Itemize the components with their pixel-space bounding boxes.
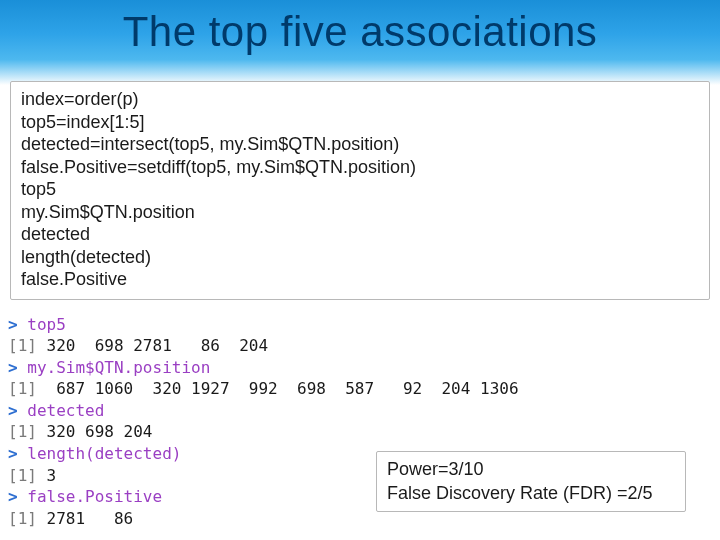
prompt-icon: > — [8, 487, 27, 506]
vector-values: 320 698 2781 86 204 — [37, 336, 268, 355]
summary-power: Power=3/10 — [387, 458, 675, 481]
code-line: my.Sim$QTN.position — [21, 201, 699, 224]
console-out-row: [1] 687 1060 320 1927 992 698 587 92 204… — [8, 378, 720, 400]
code-line: false.Positive — [21, 268, 699, 291]
slide-header: The top five associations — [0, 0, 720, 85]
vector-values: 2781 86 — [37, 509, 133, 528]
vector-values: 320 698 204 — [37, 422, 153, 441]
console-out-row: [1] 320 698 2781 86 204 — [8, 335, 720, 357]
vector-index: [1] — [8, 422, 37, 441]
prompt-icon: > — [8, 315, 27, 334]
code-line: length(detected) — [21, 246, 699, 269]
vector-index: [1] — [8, 336, 37, 355]
vector-values: 687 1060 320 1927 992 698 587 92 204 130… — [37, 379, 519, 398]
console-cmd: detected — [27, 401, 104, 420]
summary-fdr: False Discovery Rate (FDR) =2/5 — [387, 482, 675, 505]
code-line: detected — [21, 223, 699, 246]
console-out-row: [1] 320 698 204 — [8, 421, 720, 443]
code-box: index=order(p) top5=index[1:5] detected=… — [10, 81, 710, 300]
code-line: index=order(p) — [21, 88, 699, 111]
code-line: top5=index[1:5] — [21, 111, 699, 134]
console-cmd: false.Positive — [27, 487, 162, 506]
console-cmd: top5 — [27, 315, 66, 334]
code-line: false.Positive=setdiff(top5, my.Sim$QTN.… — [21, 156, 699, 179]
console-cmd: my.Sim$QTN.position — [27, 358, 210, 377]
prompt-icon: > — [8, 401, 27, 420]
prompt-icon: > — [8, 358, 27, 377]
code-line: detected=intersect(top5, my.Sim$QTN.posi… — [21, 133, 699, 156]
console-cmd-row: > detected — [8, 400, 720, 422]
console-cmd: length(detected) — [27, 444, 181, 463]
summary-box: Power=3/10 False Discovery Rate (FDR) =2… — [376, 451, 686, 512]
slide-title: The top five associations — [123, 8, 598, 56]
console-cmd-row: > top5 — [8, 314, 720, 336]
vector-index: [1] — [8, 509, 37, 528]
prompt-icon: > — [8, 444, 27, 463]
code-line: top5 — [21, 178, 699, 201]
vector-index: [1] — [8, 466, 37, 485]
console-cmd-row: > my.Sim$QTN.position — [8, 357, 720, 379]
vector-values: 3 — [37, 466, 56, 485]
vector-index: [1] — [8, 379, 37, 398]
